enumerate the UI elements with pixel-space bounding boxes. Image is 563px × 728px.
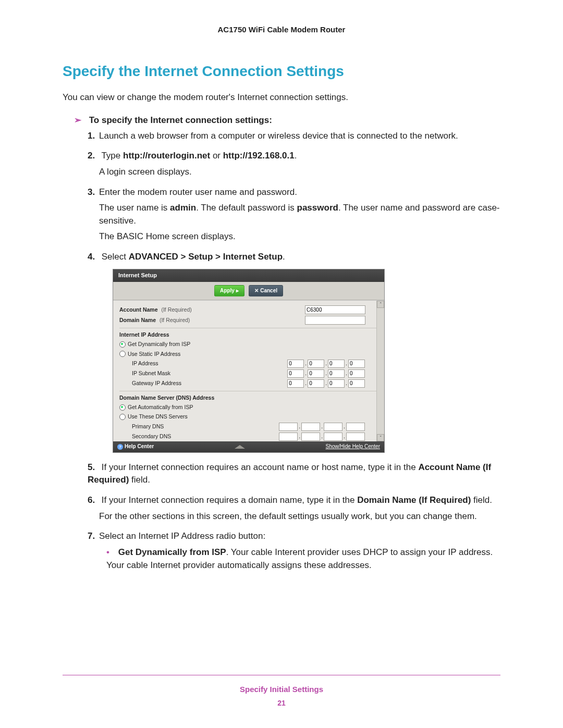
ip-address-label: IP Address	[119, 360, 236, 367]
page-title: Specify the Internet Connection Settings	[63, 63, 500, 80]
lead-text: To specify the Internet connection setti…	[89, 115, 272, 125]
step-7: 7.Select an Internet IP Address radio bu…	[88, 530, 500, 572]
intro-text: You can view or change the modem router'…	[63, 91, 500, 104]
step-1: 1.Launch a web browser from a computer o…	[88, 130, 500, 143]
scroll-up-icon[interactable]: ˄	[377, 301, 384, 308]
gateway-field: ...	[287, 379, 378, 388]
ip-oct-3[interactable]	[328, 360, 345, 368]
arrow-icon: ➢	[74, 115, 81, 125]
radio-dns-manual-label: Use These DNS Servers	[128, 413, 188, 421]
footer-section: Specify Initial Settings	[63, 685, 500, 694]
internet-setup-screenshot: Internet Setup Apply ▸ ✕ Cancel ˄ ˅ Acco…	[113, 269, 385, 453]
step-7-bullet: Get Dynamically from ISP. Your cable Int…	[106, 546, 500, 572]
step-2-url2: http://192.168.0.1	[223, 151, 295, 161]
step-4: 4. Select ADVANCED > Setup > Internet Se…	[88, 251, 500, 453]
ui-titlebar: Internet Setup	[113, 269, 384, 282]
step-3: 3.Enter the modem router user name and p…	[88, 186, 500, 244]
page-footer: Specify Initial Settings 21	[63, 671, 500, 707]
scroll-down-icon[interactable]: ˅	[377, 434, 384, 441]
apply-button[interactable]: Apply ▸	[214, 285, 244, 297]
step-1-text: Launch a web browser from a computer or …	[99, 131, 458, 141]
ui-footerbar: ?Help Center Show/Hide Help Center	[113, 441, 384, 452]
radio-static-ip[interactable]	[119, 351, 126, 357]
step-3-sub1: The user name is admin. The default pass…	[99, 202, 500, 227]
domain-name-label: Domain Name	[119, 317, 156, 323]
ip-address-field: ...	[287, 360, 378, 368]
step-2-url1: http://routerlogin.net	[123, 151, 210, 161]
cancel-button[interactable]: ✕ Cancel	[249, 285, 283, 297]
step-2: 2. Type http://routerlogin.net or http:/…	[88, 150, 500, 178]
step-2-pre: Type	[101, 151, 123, 161]
step-6-sub: For the other sections in this screen, t…	[99, 510, 500, 523]
ip-oct-1[interactable]	[287, 360, 304, 368]
scrollbar[interactable]: ˄ ˅	[376, 301, 384, 441]
radio-dynamic-ip[interactable]	[119, 341, 126, 348]
subnet-mask-field: ...	[287, 369, 378, 378]
secondary-dns-label: Secondary DNS	[119, 433, 236, 440]
domain-name-input[interactable]	[305, 316, 365, 325]
step-2-sub: A login screen displays.	[99, 166, 500, 179]
account-name-input[interactable]	[305, 305, 365, 314]
step-5: 5. If your Internet connection requires …	[88, 461, 500, 487]
help-center-label[interactable]: Help Center	[125, 443, 154, 449]
radio-dns-manual[interactable]	[119, 414, 126, 420]
step-4-nav: ADVANCED > Setup > Internet Setup	[129, 252, 283, 262]
help-icon: ?	[117, 444, 123, 450]
account-name-label: Account Name	[119, 306, 158, 313]
step-6: 6. If your Internet connection requires …	[88, 494, 500, 523]
radio-dns-auto[interactable]	[119, 404, 126, 411]
dns-section-header: Domain Name Server (DNS) Address	[119, 391, 378, 402]
gateway-label: Gateway IP Address	[119, 379, 236, 387]
ip-section-header: Internet IP Address	[119, 328, 378, 339]
ip-oct-4[interactable]	[348, 360, 365, 368]
primary-dns-label: Primary DNS	[119, 423, 236, 430]
expand-triangle-icon[interactable]	[235, 445, 245, 449]
ui-toolbar: Apply ▸ ✕ Cancel	[113, 282, 384, 301]
radio-static-label: Use Static IP Address	[128, 350, 180, 358]
subnet-mask-label: IP Subnet Mask	[119, 369, 236, 377]
show-hide-help-link[interactable]: Show/Hide Help Center	[326, 443, 381, 451]
step-3-sub2: The BASIC Home screen displays.	[99, 230, 500, 243]
procedure-lead: ➢ To specify the Internet connection set…	[74, 115, 500, 126]
radio-dynamic-label: Get Dynamically from ISP	[128, 340, 190, 348]
ip-oct-2[interactable]	[308, 360, 324, 368]
radio-dns-auto-label: Get Automatically from ISP	[128, 403, 193, 411]
step-3-text: Enter the modem router user name and pas…	[99, 187, 297, 197]
step-7-text: Select an Internet IP Address radio butt…	[99, 531, 265, 541]
page-number: 21	[63, 699, 500, 707]
running-header: AC1750 WiFi Cable Modem Router	[63, 25, 500, 34]
